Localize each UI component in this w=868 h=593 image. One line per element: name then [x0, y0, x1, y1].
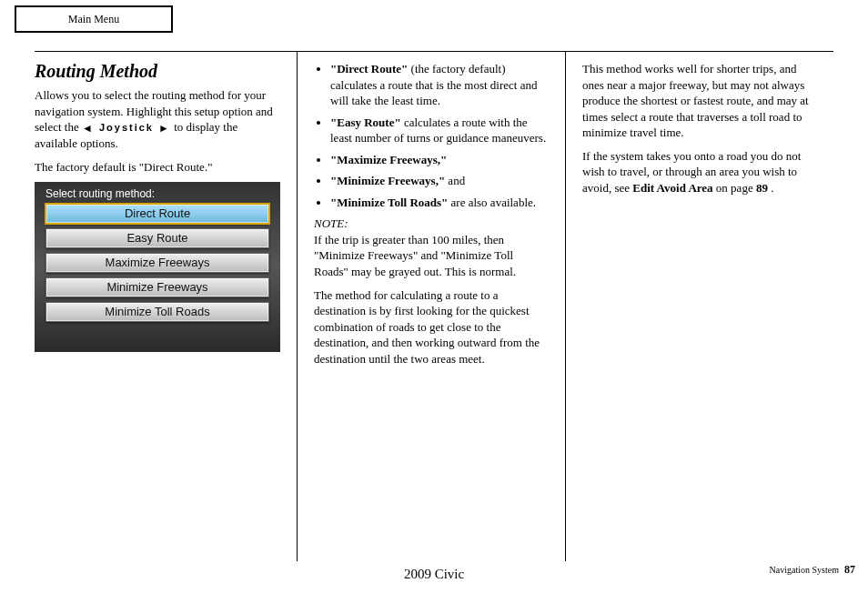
page-label: Navigation System [770, 565, 839, 575]
gps-screen-title: Select routing method: [45, 187, 269, 200]
right-triangle-icon: ► [158, 122, 171, 135]
col2-note1: If the trip is greater than 100 miles, t… [314, 232, 549, 280]
col3-para2: If the system takes you onto a road you … [582, 148, 817, 196]
routing-method-item: "Minimize Toll Roads" are also available… [330, 195, 549, 211]
content-columns: Routing Method Allows you to select the … [35, 52, 833, 561]
col3-para1: This method works well for shorter trips… [582, 61, 817, 141]
routing-method-item: "Direct Route" (the factory default) cal… [330, 61, 549, 109]
routing-methods-list: "Direct Route" (the factory default) cal… [314, 61, 549, 210]
page-number: Navigation System 87 [770, 563, 855, 577]
section-title-routing: Routing Method [35, 61, 280, 82]
col1-para1: Allows you to select the routing method … [35, 87, 280, 152]
routing-method-item: "Maximize Freeways," [330, 152, 549, 168]
routing-method-item: "Easy Route" calculates a route with the… [330, 115, 549, 146]
footer-model: 2009 Civic [0, 567, 868, 582]
route-option-easy[interactable]: Easy Route [45, 228, 269, 248]
route-option-min-freeways[interactable]: Minimize Freeways [45, 277, 269, 297]
left-triangle-icon: ◄ [82, 122, 95, 135]
column-2: "Direct Route" (the factory default) cal… [297, 52, 565, 561]
gps-screen: Select routing method: Direct Route Easy… [35, 182, 280, 352]
col1-para2: The factory default is "Direct Route." [35, 159, 280, 176]
route-option-min-tolls[interactable]: Minimize Toll Roads [45, 302, 269, 322]
note-heading: NOTE: [314, 216, 549, 232]
route-option-max-freeways[interactable]: Maximize Freeways [45, 253, 269, 273]
main-menu-box: Main Menu [15, 5, 173, 33]
route-option-direct[interactable]: Direct Route [45, 204, 269, 224]
joystick-inline: ◄ Joystick ► [82, 121, 171, 136]
column-3: This method works well for shorter trips… [565, 52, 833, 561]
column-1: Routing Method Allows you to select the … [35, 52, 297, 561]
col2-note2: The method for calculating a route to a … [314, 287, 549, 367]
page-number-value: 87 [844, 563, 855, 576]
routing-method-item: "Minimize Freeways," and [330, 173, 549, 189]
